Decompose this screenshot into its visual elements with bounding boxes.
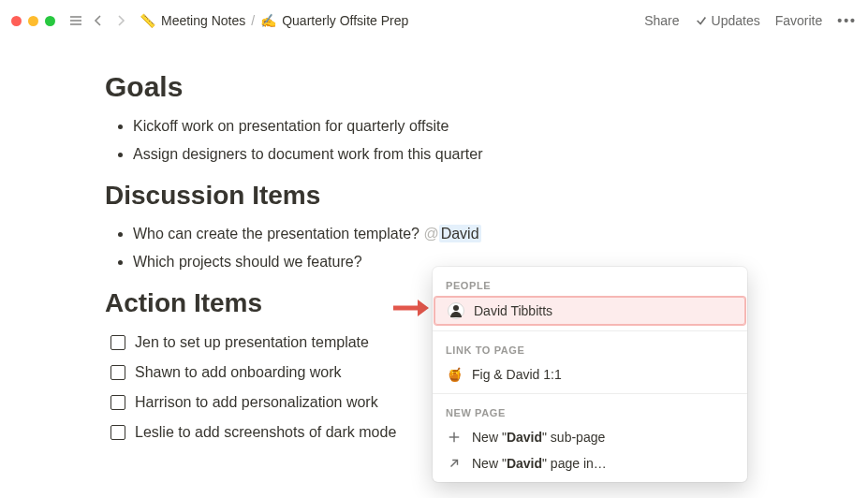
popup-separator (433, 330, 747, 331)
window-controls (11, 16, 55, 26)
checkbox[interactable] (110, 365, 125, 380)
breadcrumb-current-icon: ✍️ (260, 13, 276, 28)
checklist-label: Harrison to add personalization work (135, 388, 378, 417)
popup-link-page-row[interactable]: 🍯 Fig & David 1:1 (433, 361, 747, 388)
avatar-icon (448, 302, 464, 319)
discussion-text: Who can create the presentation template… (133, 226, 423, 242)
checklist-label: Shawn to add onboarding work (135, 358, 342, 388)
share-button[interactable]: Share (644, 13, 679, 28)
breadcrumb-current[interactable]: Quarterly Offsite Prep (282, 13, 408, 28)
checkbox[interactable] (110, 395, 125, 410)
page-emoji-icon: 🍯 (446, 367, 463, 382)
popup-person-row[interactable]: David Tibbitts (434, 297, 745, 325)
checklist-label: Jen to set up presentation template (135, 328, 369, 358)
topbar-actions: Share Updates Favorite ••• (644, 13, 857, 28)
plus-icon (446, 431, 463, 444)
back-button[interactable] (87, 9, 110, 32)
popup-new-subpage-label: New "David" sub-page (472, 430, 605, 445)
popup-section-newpage: NEW PAGE (433, 400, 747, 424)
svg-line-8 (451, 461, 458, 467)
popup-section-link: LINK TO PAGE (433, 337, 747, 361)
window-topbar: 📏 Meeting Notes / ✍️ Quarterly Offsite P… (0, 0, 868, 41)
minimize-window-button[interactable] (28, 16, 38, 26)
list-item[interactable]: Who can create the presentation template… (133, 220, 712, 248)
forward-button[interactable] (110, 9, 132, 32)
goals-heading: Goals (105, 71, 712, 103)
goals-list: Kickoff work on presentation for quarter… (105, 112, 712, 169)
updates-label: Updates (712, 13, 760, 28)
mention-at-symbol: @ (423, 226, 438, 242)
checklist-label: Leslie to add screenshots of dark mode (135, 417, 396, 447)
list-item[interactable]: Assign designers to document work from t… (133, 140, 712, 168)
check-icon (695, 14, 708, 27)
breadcrumb-parent-icon: 📏 (140, 13, 155, 28)
popup-separator (433, 393, 747, 394)
close-window-button[interactable] (11, 16, 22, 26)
popup-new-page-in-row[interactable]: New "David" page in… (433, 450, 747, 476)
checkbox[interactable] (110, 425, 125, 440)
breadcrumb-separator: / (251, 13, 255, 28)
breadcrumb-parent[interactable]: Meeting Notes (161, 13, 245, 28)
mention-popup: PEOPLE David Tibbitts LINK TO PAGE 🍯 Fig… (433, 267, 747, 482)
popup-link-page-name: Fig & David 1:1 (472, 367, 562, 382)
updates-button[interactable]: Updates (695, 13, 760, 28)
arrow-out-icon (446, 457, 463, 470)
popup-new-subpage-row[interactable]: New "David" sub-page (433, 424, 747, 450)
maximize-window-button[interactable] (45, 16, 55, 26)
list-item[interactable]: Kickoff work on presentation for quarter… (133, 112, 712, 140)
hamburger-menu-button[interactable] (65, 9, 87, 32)
svg-point-5 (453, 305, 459, 311)
breadcrumb: 📏 Meeting Notes / ✍️ Quarterly Offsite P… (140, 13, 408, 28)
checkbox[interactable] (110, 335, 125, 350)
popup-person-name: David Tibbitts (474, 303, 552, 318)
mention-token[interactable]: David (439, 225, 481, 242)
favorite-button[interactable]: Favorite (775, 13, 823, 28)
discussion-heading: Discussion Items (105, 181, 712, 211)
popup-new-page-in-label: New "David" page in… (472, 456, 607, 471)
more-menu-button[interactable]: ••• (837, 13, 857, 28)
popup-section-people: PEOPLE (433, 272, 747, 297)
